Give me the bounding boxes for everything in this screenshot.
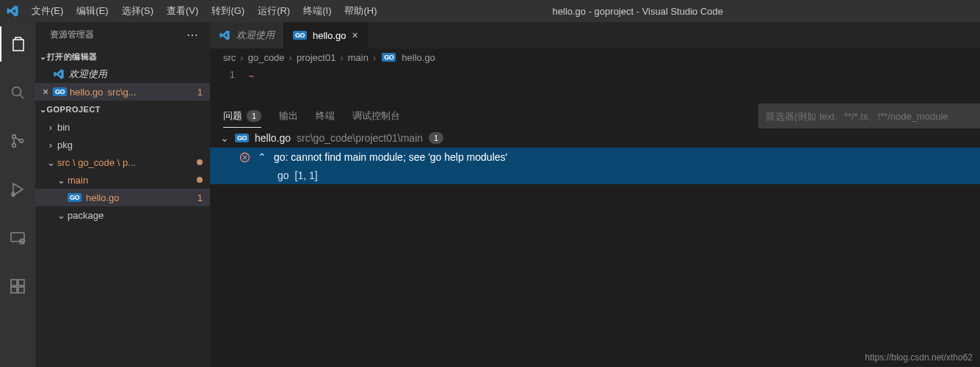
- problem-message: go: cannot find main module; see 'go hel…: [274, 151, 507, 163]
- menu-view[interactable]: 查看(V): [160, 0, 205, 22]
- line-number: 1: [210, 69, 235, 80]
- go-file-icon: [53, 87, 67, 96]
- svg-line-1: [20, 95, 23, 98]
- menu-go[interactable]: 转到(G): [205, 0, 251, 22]
- panel-tab-debugconsole[interactable]: 调试控制台: [352, 109, 400, 123]
- go-file-icon: [235, 134, 249, 142]
- tab-welcome[interactable]: 欢迎使用: [210, 22, 284, 48]
- go-file-icon: [382, 53, 396, 62]
- breadcrumb[interactable]: src› go_code› project01› main› hello.go: [210, 48, 980, 66]
- menu-select[interactable]: 选择(S): [115, 0, 160, 22]
- collapse-icon: ⌃: [258, 151, 266, 163]
- menu-run[interactable]: 运行(R): [251, 0, 297, 22]
- line-number-gutter: 1: [210, 66, 245, 103]
- problems-filter-input[interactable]: [758, 103, 980, 128]
- svg-rect-9: [11, 280, 17, 286]
- activity-bar: [0, 22, 35, 367]
- editor-tabs: 欢迎使用 hello.go ×: [210, 22, 980, 48]
- svg-point-0: [12, 87, 21, 96]
- problems-file-count-badge: 1: [429, 132, 443, 144]
- vscode-small-icon: [219, 29, 231, 41]
- problem-item[interactable]: ⌃ go: cannot find main module; see 'go h…: [210, 148, 980, 167]
- folder-main[interactable]: ⌄ main: [35, 171, 210, 189]
- chevron-down-icon: ⌄: [220, 132, 229, 144]
- activity-search[interactable]: [0, 75, 35, 110]
- chevron-down-icon: ⌄: [56, 175, 66, 186]
- problem-source-location[interactable]: go [1, 1]: [210, 167, 980, 184]
- chevron-right-icon: ›: [46, 139, 56, 150]
- svg-point-3: [12, 144, 16, 148]
- activity-run-debug[interactable]: [0, 172, 35, 207]
- explorer-sidebar: 资源管理器 ⋯ ⌄ 打开的编辑器 欢迎使用 × hello.go src\g..…: [35, 22, 210, 367]
- editor-body[interactable]: 1 ~: [210, 66, 980, 103]
- open-editor-welcome[interactable]: 欢迎使用: [35, 65, 210, 83]
- close-icon[interactable]: ×: [40, 86, 51, 98]
- chevron-down-icon: ⌄: [46, 157, 56, 168]
- problems-count-badge: 1: [247, 110, 261, 122]
- chevron-down-icon: ⌄: [56, 210, 66, 221]
- open-editors-section[interactable]: ⌄ 打开的编辑器: [35, 48, 210, 65]
- panel-tab-output[interactable]: 输出: [279, 109, 298, 123]
- tab-hello-go[interactable]: hello.go ×: [284, 22, 368, 48]
- panel-tab-terminal[interactable]: 终端: [316, 109, 335, 123]
- menu-edit[interactable]: 编辑(E): [70, 0, 115, 22]
- explorer-header: 资源管理器 ⋯: [35, 22, 210, 48]
- menu-help[interactable]: 帮助(H): [338, 0, 383, 22]
- activity-remote[interactable]: [0, 220, 35, 255]
- problems-list: ⌄ hello.go src\go_code\project01\main 1 …: [210, 128, 980, 367]
- folder-pkg[interactable]: › pkg: [35, 136, 210, 153]
- problems-file-row[interactable]: ⌄ hello.go src\go_code\project01\main 1: [210, 128, 980, 148]
- menu-bar: 文件(E) 编辑(E) 选择(S) 查看(V) 转到(G) 运行(R) 终端(I…: [25, 0, 384, 22]
- bottom-panel: 问题 1 输出 终端 调试控制台 ⌄ hello.go src\go_code\…: [210, 103, 980, 367]
- folder-src-path[interactable]: ⌄ src \ go_code \ p...: [35, 153, 210, 171]
- title-bar: 文件(E) 编辑(E) 选择(S) 查看(V) 转到(G) 运行(R) 终端(I…: [0, 0, 980, 22]
- vscode-small-icon: [53, 68, 65, 80]
- chevron-down-icon: ⌄: [40, 105, 47, 115]
- svg-rect-10: [11, 287, 17, 293]
- activity-extensions[interactable]: [0, 269, 35, 304]
- code-area[interactable]: ~: [245, 66, 980, 103]
- menu-terminal[interactable]: 终端(I): [297, 0, 338, 22]
- watermark-text: https://blog.csdn.net/xtho62: [865, 352, 973, 363]
- chevron-right-icon: ›: [46, 122, 56, 133]
- explorer-title: 资源管理器: [50, 29, 94, 41]
- go-file-icon: [68, 193, 81, 202]
- chevron-down-icon: ⌄: [40, 52, 47, 62]
- problem-count-badge: 1: [197, 192, 203, 203]
- panel-tab-problems[interactable]: 问题 1: [223, 109, 261, 128]
- activity-source-control[interactable]: [0, 123, 35, 159]
- explorer-more-icon[interactable]: ⋯: [186, 28, 200, 42]
- project-section[interactable]: ⌄ GOPROJECT: [35, 101, 210, 118]
- open-editor-hello[interactable]: × hello.go src\g... 1: [35, 83, 210, 101]
- file-hello-go[interactable]: hello.go 1: [35, 189, 210, 206]
- close-icon[interactable]: ×: [352, 29, 358, 41]
- go-file-icon: [293, 31, 307, 40]
- problem-count-badge: 1: [197, 87, 203, 98]
- vscode-logo-icon: [0, 4, 25, 18]
- folder-package[interactable]: ⌄ package: [35, 206, 210, 224]
- editor-region: 欢迎使用 hello.go × src› go_code› project01›…: [210, 22, 980, 367]
- modified-dot-icon: [197, 177, 203, 183]
- error-icon: [239, 152, 250, 163]
- menu-file[interactable]: 文件(E): [25, 0, 70, 22]
- window-title: hello.go - goproject - Visual Studio Cod…: [384, 6, 980, 17]
- svg-rect-6: [11, 233, 24, 241]
- error-squiggle-icon: ~: [249, 71, 254, 81]
- svg-rect-11: [18, 287, 24, 293]
- activity-explorer[interactable]: [0, 26, 35, 62]
- modified-dot-icon: [197, 159, 203, 165]
- folder-bin[interactable]: › bin: [35, 118, 210, 136]
- svg-rect-12: [18, 280, 24, 286]
